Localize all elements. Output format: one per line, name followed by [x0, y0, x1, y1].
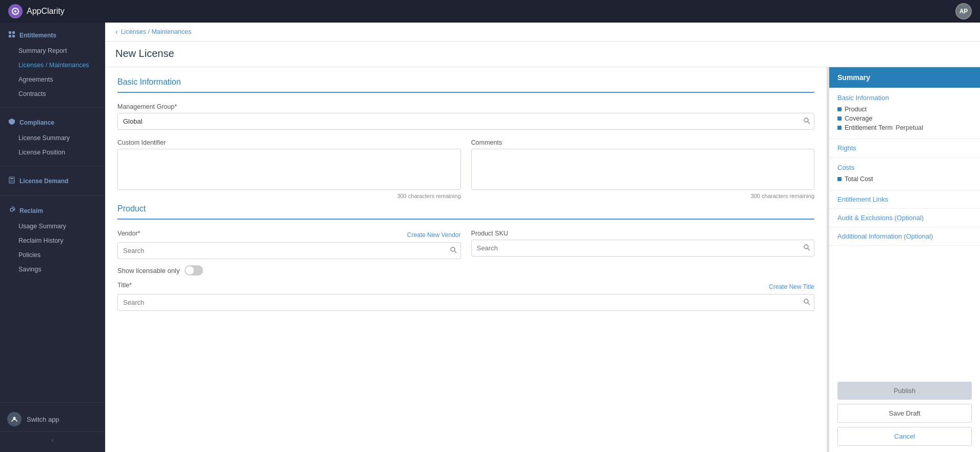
summary-panel-header: Summary — [829, 67, 980, 88]
product-sku-label: Product SKU — [471, 230, 815, 237]
additional-info-link[interactable]: Additional Information (Optional) — [829, 227, 980, 246]
sidebar-item-savings[interactable]: Savings — [0, 262, 105, 277]
custom-identifier-textarea[interactable] — [117, 149, 461, 190]
summary-coverage-label: Coverage — [845, 115, 872, 122]
vendor-input-wrapper — [117, 242, 461, 259]
sidebar-item-contracts[interactable]: Contracts — [0, 87, 105, 101]
sidebar-item-license-position[interactable]: License Position — [0, 145, 105, 160]
entitlement-links-link[interactable]: Entitlement Links — [829, 190, 980, 209]
custom-identifier-label: Custom Identifier — [117, 139, 461, 146]
product-bullet — [837, 107, 842, 111]
switch-app-item[interactable]: Switch app — [0, 407, 105, 431]
svg-rect-3 — [12, 31, 15, 34]
sidebar-section-header-license-demand[interactable]: License Demand — [0, 172, 105, 189]
sidebar-item-license-summary[interactable]: License Summary — [0, 131, 105, 145]
title-label-row: Title* Create New Title — [117, 282, 814, 291]
product-sku-search-icon[interactable] — [803, 244, 810, 252]
sidebar-item-reclaim-history[interactable]: Reclaim History — [0, 233, 105, 248]
cancel-button[interactable]: Cancel — [837, 427, 972, 446]
sidebar-section-header-compliance[interactable]: Compliance — [0, 114, 105, 131]
custom-identifier-col: Custom Identifier 300 characters remaini… — [117, 139, 461, 199]
comments-col: Comments 300 characters remaining — [471, 139, 815, 199]
sidebar-item-policies[interactable]: Policies — [0, 248, 105, 262]
svg-point-19 — [451, 247, 455, 251]
create-vendor-link[interactable]: Create New Vendor — [407, 231, 461, 239]
form-area: Basic Information Management Group* Glob… — [105, 67, 827, 452]
sidebar-item-licenses-maintenances[interactable]: Licenses / Maintenances — [0, 58, 105, 72]
svg-point-1 — [14, 10, 16, 12]
costs-summary-section: Costs Total Cost — [829, 158, 980, 190]
sidebar-bottom: Switch app ‹ — [0, 402, 105, 452]
app-body: Entitlements Summary Report Licenses / M… — [0, 23, 980, 452]
custom-comments-row: Custom Identifier 300 characters remaini… — [117, 139, 814, 199]
vendor-sku-row: Vendor* Create New Vendor — [117, 230, 814, 259]
create-title-link[interactable]: Create New Title — [769, 283, 814, 290]
management-group-search-icon[interactable] — [803, 117, 810, 126]
product-sku-input-wrapper — [471, 240, 815, 257]
costs-summary-title[interactable]: Costs — [837, 164, 972, 171]
publish-button[interactable]: Publish — [837, 382, 972, 400]
audit-exclusions-link[interactable]: Audit & Exclusions (Optional) — [829, 209, 980, 227]
coverage-bullet — [837, 116, 842, 121]
show-licensable-toggle[interactable] — [185, 265, 203, 276]
page-title: New License — [115, 48, 970, 60]
summary-total-cost-item: Total Cost — [837, 174, 972, 184]
compliance-label: Compliance — [19, 119, 54, 126]
svg-rect-7 — [10, 178, 13, 179]
management-group-input-wrapper: Global — [117, 113, 814, 130]
sidebar-section-license-demand: License Demand — [0, 168, 105, 193]
summary-entitlement-term-item: Entitlement Term Perpetual — [837, 123, 972, 132]
sidebar-item-summary-report[interactable]: Summary Report — [0, 44, 105, 58]
comments-textarea[interactable] — [471, 149, 815, 190]
right-panel-actions: Publish Save Draft Cancel — [829, 376, 980, 452]
brand-logo — [8, 4, 23, 18]
rights-link[interactable]: Rights — [829, 139, 980, 158]
svg-point-8 — [10, 180, 11, 181]
reclaim-icon — [8, 206, 15, 215]
title-group: Title* Create New Title — [117, 282, 814, 311]
sidebar-section-reclaim: Reclaim Usage Summary Reclaim History Po… — [0, 198, 105, 281]
vendor-label: Vendor* — [117, 230, 140, 237]
breadcrumb-parent-link[interactable]: Licenses / Maintenances — [121, 28, 192, 35]
top-navigation: AppClarity AP — [0, 0, 980, 23]
sidebar-collapse-button[interactable]: ‹ — [0, 431, 105, 448]
summary-coverage-item: Coverage — [837, 114, 972, 123]
vendor-col: Vendor* Create New Vendor — [117, 230, 461, 259]
main-content: ‹ Licenses / Maintenances New License Ba… — [105, 23, 980, 452]
product-sku-search-input[interactable] — [471, 240, 815, 257]
shield-icon — [8, 118, 15, 127]
sidebar-section-entitlements: Entitlements Summary Report Licenses / M… — [0, 23, 105, 105]
custom-identifier-chars: 300 characters remaining — [117, 193, 461, 199]
app-name: AppClarity — [27, 7, 65, 16]
vendor-search-input[interactable] — [117, 242, 461, 259]
license-demand-label: License Demand — [19, 178, 68, 185]
comments-label: Comments — [471, 139, 815, 146]
save-draft-button[interactable]: Save Draft — [837, 404, 972, 423]
right-panel: Summary Basic Information Product Covera… — [829, 67, 980, 452]
management-group-input[interactable]: Global — [117, 113, 814, 130]
sidebar-section-header-reclaim[interactable]: Reclaim — [0, 202, 105, 219]
sidebar-item-agreements[interactable]: Agreements — [0, 72, 105, 87]
title-search-input[interactable] — [117, 294, 814, 311]
svg-rect-4 — [9, 35, 11, 37]
additional-info-label: Additional Information (Optional) — [837, 232, 933, 240]
vendor-search-icon[interactable] — [450, 246, 457, 255]
sidebar-item-usage-summary[interactable]: Usage Summary — [0, 219, 105, 233]
basic-info-summary-title[interactable]: Basic Information — [837, 94, 972, 102]
user-avatar[interactable]: AP — [955, 3, 972, 19]
title-search-icon[interactable] — [803, 298, 810, 307]
summary-entitlement-term-label: Entitlement Term — [845, 124, 893, 131]
total-cost-bullet — [837, 177, 842, 181]
product-section-title: Product — [117, 204, 814, 220]
sidebar-section-header-entitlements[interactable]: Entitlements — [0, 27, 105, 44]
page-header: New License — [105, 42, 980, 67]
svg-point-12 — [11, 182, 12, 183]
product-sku-col: Product SKU — [471, 230, 815, 259]
entitlements-label: Entitlements — [19, 32, 56, 39]
management-group-group: Management Group* Global — [117, 103, 814, 130]
svg-point-17 — [804, 118, 808, 122]
show-licensable-label: Show licensable only — [117, 267, 179, 274]
summary-total-cost-label: Total Cost — [845, 175, 873, 183]
toggle-knob — [186, 266, 194, 274]
svg-point-14 — [10, 208, 13, 211]
